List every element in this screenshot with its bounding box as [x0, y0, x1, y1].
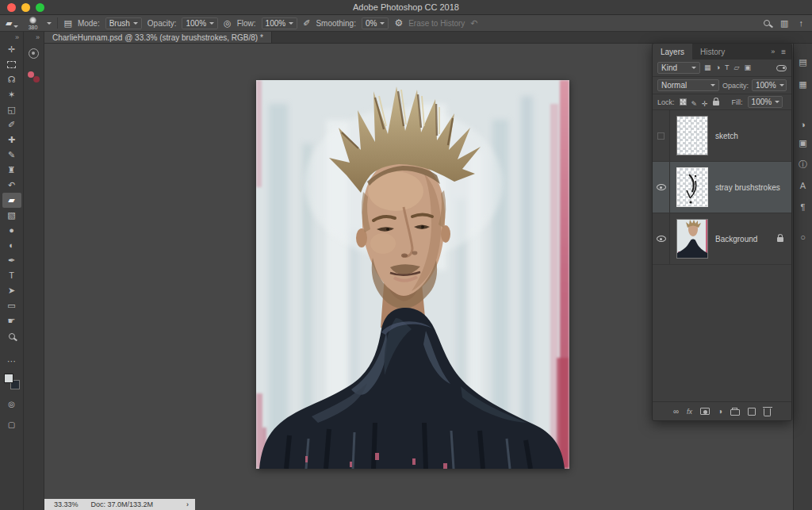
layer-row[interactable]: stray brushstrokes — [653, 162, 791, 213]
tab-bar: CharlieHunnam.psd @ 33.3% (stray brushst… — [44, 32, 812, 44]
pen-tool[interactable]: ✒ — [2, 253, 21, 268]
paragraph-panel-button[interactable]: ¶ — [794, 199, 812, 215]
mode-dropdown[interactable]: Brush — [105, 17, 142, 29]
lock-pixels-icon[interactable] — [691, 95, 698, 109]
spot-healing-brush-tool[interactable]: ✚ — [2, 132, 21, 148]
lock-all-icon[interactable] — [713, 101, 719, 105]
crop-tool[interactable]: ◱ — [2, 102, 21, 117]
rectangle-tool[interactable]: ▭ — [2, 298, 21, 313]
swatches-panel-button[interactable] — [28, 71, 40, 86]
layer-visibility-toggle[interactable] — [653, 162, 670, 213]
tab-history[interactable]: History — [692, 44, 733, 59]
lock-transparency-icon[interactable] — [680, 98, 687, 105]
document-tab[interactable]: CharlieHunnam.psd @ 33.3% (stray brushst… — [44, 32, 272, 43]
hand-tool[interactable]: ☛ — [2, 313, 21, 328]
filter-shape-layers-icon[interactable]: ▱ — [733, 64, 739, 71]
flow-dropdown[interactable]: 100% — [262, 17, 298, 29]
opacity-dropdown[interactable]: 100% — [182, 17, 218, 29]
quick-mask-icon[interactable] — [8, 396, 15, 410]
character-panel-button[interactable]: A — [794, 178, 812, 194]
new-layer-button[interactable] — [748, 408, 756, 416]
layer-name[interactable]: sketch — [715, 132, 738, 140]
workspace-icon[interactable] — [780, 19, 788, 28]
smoothing-options-gear-icon[interactable] — [394, 18, 403, 28]
filter-type-layers-icon[interactable]: T — [725, 64, 730, 71]
quick-selection-tool[interactable]: ✶ — [2, 87, 21, 102]
expand-toolbar-icon[interactable] — [15, 33, 19, 41]
blur-tool[interactable]: ● — [2, 223, 21, 238]
info-panel-button[interactable]: ⓘ — [794, 156, 812, 172]
history-brush-tool[interactable]: ↶ — [2, 178, 21, 193]
clone-stamp-tool[interactable]: ♜ — [2, 163, 21, 178]
status-chevron-icon[interactable] — [186, 500, 189, 508]
layer-visibility-toggle[interactable] — [653, 110, 670, 161]
search-icon[interactable] — [764, 20, 770, 26]
edit-toolbar-icon[interactable] — [7, 353, 16, 367]
layer-row[interactable]: Background — [653, 213, 791, 265]
erase-to-history-checkbox[interactable]: Erase to History — [408, 19, 465, 28]
lasso-tool[interactable]: ☊ — [2, 72, 21, 87]
layer-effects-button[interactable]: fx — [687, 408, 692, 416]
lock-position-icon[interactable] — [702, 95, 708, 109]
dodge-tool[interactable]: ◐ — [2, 238, 21, 253]
zoom-level-field[interactable]: 33.33% — [54, 500, 79, 508]
foreground-color-swatch[interactable] — [4, 374, 13, 383]
pressure-opacity-icon[interactable] — [224, 19, 232, 28]
share-icon[interactable] — [799, 19, 804, 28]
panel-menu-icon[interactable] — [781, 48, 786, 56]
link-layers-button[interactable]: ∞ — [673, 408, 679, 416]
layer-thumbnail[interactable] — [676, 116, 708, 155]
screen-mode-icon[interactable] — [8, 416, 15, 431]
adjustment-layer-button[interactable]: ◑ — [718, 408, 722, 416]
document-canvas[interactable] — [256, 80, 569, 469]
smoothing-dropdown[interactable]: 0% — [362, 17, 389, 29]
layer-name[interactable]: stray brushstrokes — [715, 183, 780, 192]
color-swatches[interactable] — [4, 374, 20, 389]
zoom-tool[interactable] — [2, 328, 21, 343]
filter-adjustment-layers-icon[interactable]: ◑ — [716, 64, 720, 71]
new-group-button[interactable] — [730, 407, 740, 416]
layer-opacity-dropdown[interactable]: 100% — [752, 79, 787, 91]
layer-thumbnail[interactable] — [676, 167, 708, 207]
eyedropper-tool[interactable]: ✐ — [2, 117, 21, 132]
tab-layers[interactable]: Layers — [653, 44, 692, 59]
layer-visibility-toggle[interactable] — [653, 213, 670, 264]
airbrush-icon[interactable] — [303, 19, 310, 28]
adjustments-panel-button[interactable]: ◑ — [794, 117, 812, 132]
rectangular-marquee-tool[interactable] — [2, 57, 21, 72]
filter-toggle-icon[interactable] — [776, 65, 787, 71]
layer-mask-button[interactable] — [700, 408, 710, 415]
minimize-button[interactable] — [21, 3, 30, 12]
layer-name[interactable]: Background — [715, 235, 757, 243]
smoothing-label: Smoothing: — [316, 19, 356, 28]
path-selection-tool[interactable]: ➤ — [2, 283, 21, 298]
brush-settings-panel-icon[interactable] — [63, 19, 71, 28]
layer-thumbnail[interactable] — [676, 219, 708, 259]
layer-row[interactable]: sketch — [653, 110, 791, 162]
filter-smart-objects-icon[interactable]: ▣ — [744, 64, 751, 71]
properties-panel-button[interactable]: ▤ — [794, 54, 812, 70]
fill-dropdown[interactable]: 100% — [748, 96, 783, 108]
brush-tool[interactable]: ✎ — [2, 148, 21, 163]
right-panel-dock: ▤▦◑▣ⓘA¶○ — [793, 44, 812, 510]
close-button[interactable] — [7, 3, 16, 12]
navigator-panel-button[interactable] — [29, 48, 39, 62]
delete-layer-button[interactable] — [764, 407, 771, 416]
gradient-tool[interactable]: ▧ — [2, 208, 21, 223]
left-panel-dock — [24, 32, 44, 510]
eraser-tool[interactable]: ▰ — [2, 193, 21, 208]
tool-preset-picker[interactable] — [6, 19, 18, 28]
libraries-panel-button[interactable]: ▣ — [794, 135, 812, 151]
move-tool[interactable]: ✛ — [2, 42, 21, 57]
filter-kind-dropdown[interactable]: Kind — [657, 62, 700, 74]
filter-pixel-layers-icon[interactable]: ▦ — [704, 64, 711, 71]
type-tool[interactable]: T — [2, 268, 21, 283]
styles-panel-button[interactable]: ○ — [794, 229, 812, 245]
color-panel-button[interactable]: ▦ — [794, 76, 812, 92]
blend-mode-dropdown[interactable]: Normal — [657, 79, 719, 91]
expand-dock-icon[interactable] — [36, 33, 40, 41]
collapse-panel-icon[interactable] — [771, 48, 775, 56]
maximize-button[interactable] — [36, 3, 44, 12]
brush-preset-picker[interactable]: 380 — [24, 17, 41, 30]
dodge-tool-icon: ◐ — [9, 241, 14, 250]
